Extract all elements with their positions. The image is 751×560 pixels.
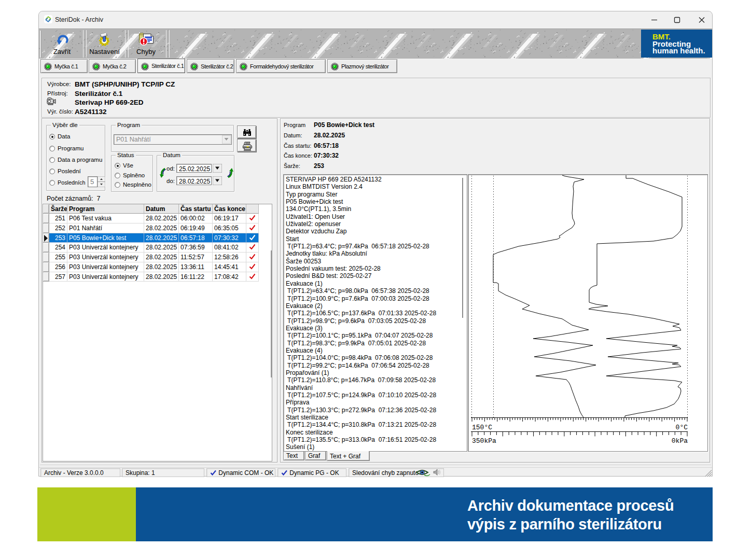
svg-text:0°C: 0°C: [676, 424, 688, 431]
svg-text:150°C: 150°C: [472, 424, 492, 431]
svg-text:0kPa: 0kPa: [672, 437, 688, 445]
svg-text:350kPa: 350kPa: [472, 437, 496, 445]
